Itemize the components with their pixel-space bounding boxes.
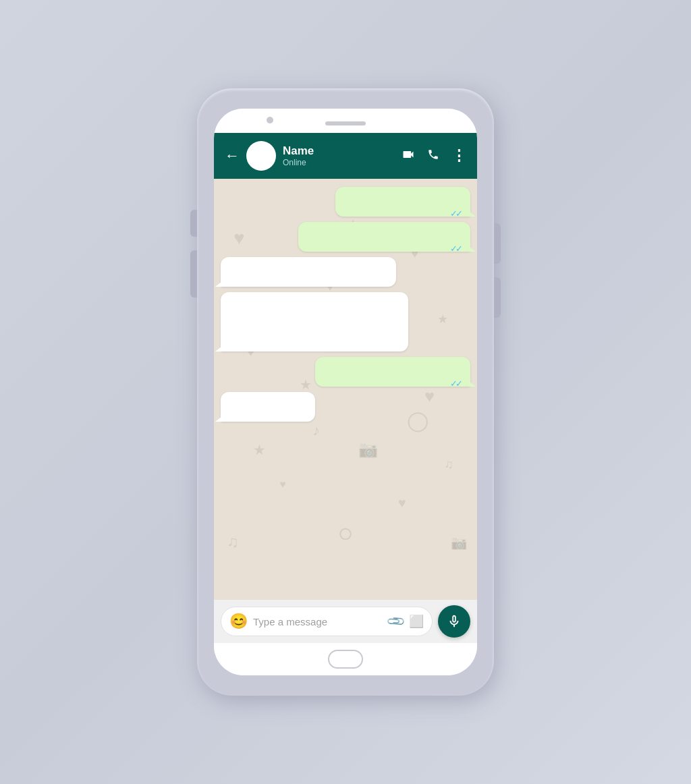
message-bubble-recv-3: [221, 392, 315, 422]
speaker-grille: [325, 121, 366, 125]
phone-bottom-bar: [214, 643, 477, 675]
message-content-2: [308, 229, 461, 241]
phone-top-bar: [214, 109, 477, 133]
message-bubble-sent-3: ✓✓: [315, 357, 470, 387]
volume-down-button[interactable]: [190, 250, 197, 298]
message-input-placeholder[interactable]: Type a message: [253, 616, 383, 627]
back-button[interactable]: ←: [225, 148, 240, 163]
message-bubble-sent-1: ✓✓: [335, 187, 470, 217]
svg-text:♥: ♥: [280, 478, 286, 490]
svg-text:★: ★: [254, 443, 267, 459]
message-bubble-recv-1: [221, 257, 396, 287]
front-camera: [267, 117, 273, 123]
phone-call-icon[interactable]: [427, 148, 439, 164]
bubble-tail-4: [215, 346, 222, 352]
message-ticks-5: ✓✓: [325, 379, 461, 389]
phone-frame: ← Name Online ⋮: [197, 88, 494, 696]
double-check-icon-2: ✓✓: [450, 244, 461, 254]
bubble-tail-2: [469, 246, 476, 252]
svg-point-20: [340, 529, 351, 540]
message-content-6: [230, 399, 306, 411]
video-call-icon[interactable]: [402, 148, 415, 165]
message-content-4: [230, 299, 399, 311]
chat-header: ← Name Online ⋮: [214, 133, 477, 179]
home-button[interactable]: [328, 650, 363, 669]
message-ticks-2: ✓✓: [308, 244, 461, 254]
volume-up-button[interactable]: [190, 210, 197, 237]
contact-info: Name Online: [283, 144, 395, 167]
double-check-icon-5: ✓✓: [450, 379, 461, 389]
messages-list: ✓✓ ✓✓: [214, 179, 477, 430]
message-content-5: [325, 364, 461, 376]
svg-text:📷: 📷: [359, 441, 379, 459]
message-bubble-recv-2: [221, 292, 408, 352]
message-content-3: [230, 264, 387, 276]
message-input-pill[interactable]: 😊 Type a message 📎 ⬜: [221, 607, 433, 636]
double-check-icon-1: ✓✓: [450, 208, 461, 219]
bubble-tail-6: [215, 416, 222, 422]
bubble-tail-3: [215, 281, 222, 287]
message-input-bar: 😊 Type a message 📎 ⬜: [214, 600, 477, 643]
svg-text:📷: 📷: [451, 534, 468, 551]
svg-text:♥: ♥: [398, 496, 406, 511]
emoji-picker-icon[interactable]: 😊: [229, 613, 248, 630]
attachment-icon[interactable]: 📎: [385, 611, 406, 632]
chat-body: ♥ ♥ ♥ ♥ ♥ ♥ ♥ ♪ ♫ ♪ ♫ ♫ ★ ★ ★: [214, 179, 477, 600]
phone-screen: ← Name Online ⋮: [214, 109, 477, 675]
bubble-tail-5: [469, 381, 476, 387]
camera-input-icon[interactable]: ⬜: [409, 614, 424, 629]
bubble-tail-1: [469, 211, 476, 217]
svg-text:♫: ♫: [444, 457, 453, 471]
message-content-1: [345, 194, 461, 206]
more-options-icon[interactable]: ⋮: [451, 147, 466, 165]
contact-name: Name: [283, 144, 395, 158]
contact-avatar[interactable]: [246, 141, 276, 171]
message-bubble-sent-2: ✓✓: [298, 222, 470, 252]
header-action-icons: ⋮: [402, 147, 466, 165]
voice-message-button[interactable]: [438, 605, 470, 638]
microphone-icon: [447, 614, 462, 629]
svg-text:♫: ♫: [227, 533, 240, 551]
contact-status: Online: [283, 158, 395, 167]
message-ticks-1: ✓✓: [345, 208, 461, 219]
